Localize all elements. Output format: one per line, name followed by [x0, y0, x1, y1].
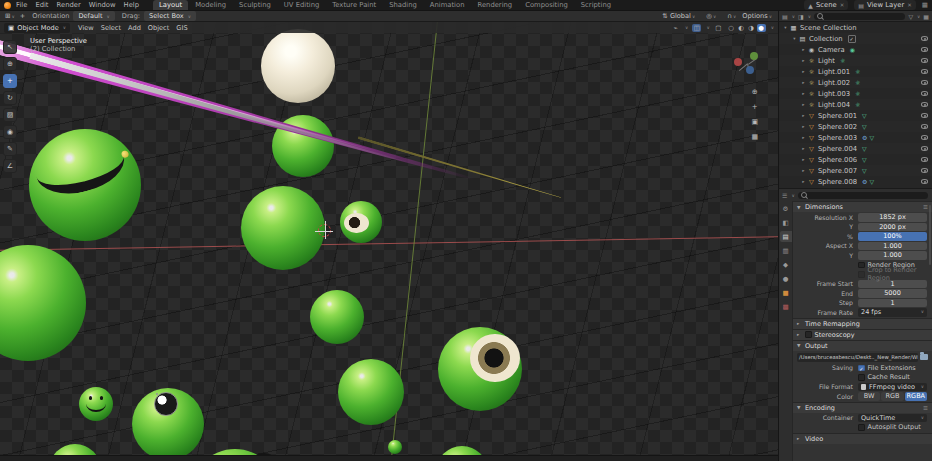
timeline-strip[interactable]	[0, 455, 778, 461]
panel-encoding-header[interactable]: ▼Encoding ☰	[793, 402, 932, 413]
visibility-eye-icon[interactable]	[921, 168, 928, 173]
visibility-eye-icon[interactable]	[921, 113, 928, 118]
outliner-row[interactable]: ▸ ☼ Light ☼	[779, 55, 932, 66]
display-settings-icon[interactable]: ▦	[922, 1, 928, 9]
properties-tab-view-layer[interactable]: ▥	[780, 245, 792, 256]
workspace-tab[interactable]: Animation	[424, 0, 471, 10]
orientation-dropdown[interactable]: Default∨	[73, 11, 114, 21]
axis-z-handle[interactable]	[746, 66, 754, 74]
workspace-tab[interactable]: UV Editing	[278, 0, 325, 10]
properties-tab-output[interactable]: ▤	[780, 231, 792, 242]
shading-mode-icon[interactable]: ●	[757, 24, 766, 32]
panel-output-header[interactable]: ▼Output	[793, 340, 932, 351]
editor-type-icon[interactable]: ▤	[782, 13, 788, 20]
expand-arrow-icon[interactable]: ▸	[800, 58, 807, 63]
menubar-item[interactable]: Window	[89, 1, 116, 9]
resolution-x-field[interactable]: 1852 px	[858, 213, 927, 222]
overlays-toggle-icon[interactable]: ◫	[692, 24, 701, 32]
outliner-row[interactable]: ▸ ☼ Light.001 ☼	[779, 66, 932, 77]
outliner-search-input[interactable]	[814, 13, 905, 20]
display-mode-icon[interactable]: ◨	[798, 13, 804, 20]
expand-arrow-icon[interactable]: ▸	[800, 157, 807, 162]
visibility-eye-icon[interactable]	[921, 135, 928, 140]
visibility-eye-icon[interactable]	[921, 146, 928, 151]
color-mode-button[interactable]: RGBA	[905, 392, 927, 401]
expand-arrow-icon[interactable]: ▸	[800, 135, 807, 140]
tool-move-button[interactable]: +	[3, 74, 17, 88]
shading-mode-icon[interactable]: ○	[727, 24, 736, 32]
outliner-row[interactable]: ▾ ▦ Scene Collection	[779, 22, 932, 33]
expand-arrow-icon[interactable]: ▸	[800, 91, 807, 96]
presets-icon[interactable]: ☰	[923, 204, 928, 210]
mode-dropdown[interactable]: ▣ Object Mode ∨	[4, 23, 70, 33]
viewport-sphere[interactable]	[310, 290, 364, 344]
outliner-row[interactable]: ▸ ▽ Sphere.004 ▽	[779, 143, 932, 154]
outliner-row[interactable]: ▸ ▽ Sphere.003 ⚙▽	[779, 132, 932, 143]
cache-result-checkbox[interactable]: Cache Result	[858, 373, 910, 381]
properties-tab-object[interactable]: ■	[780, 287, 792, 298]
properties-tab-tool[interactable]: ⚙	[780, 203, 792, 214]
expand-arrow-icon[interactable]: ▾	[782, 25, 789, 30]
workspace-tab[interactable]: Shading	[383, 0, 423, 10]
visibility-eye-icon[interactable]	[921, 157, 928, 162]
view-layer-selector[interactable]: ▤ View Layer ✕	[854, 0, 916, 10]
aspect-x-field[interactable]: 1.000	[858, 242, 927, 251]
zoom-icon[interactable]: ⊕	[751, 88, 758, 96]
workspace-tab[interactable]: Scripting	[575, 0, 617, 10]
outliner-row[interactable]: ▸ ▽ Sphere.008 ⚙▽	[779, 176, 932, 187]
properties-tab-scene[interactable]: ◆	[780, 259, 792, 270]
workspace-tab[interactable]: Sculpting	[233, 0, 277, 10]
viewport-menu-item[interactable]: Add	[128, 24, 141, 32]
visibility-eye-icon[interactable]	[921, 91, 928, 96]
viewport-sphere[interactable]	[132, 388, 204, 455]
collection-checkbox[interactable]: ✓	[848, 35, 856, 43]
tool-measure-button[interactable]: ∠	[3, 159, 17, 173]
workspace-tab[interactable]: Compositing	[519, 0, 574, 10]
properties-tab-world[interactable]: ●	[780, 273, 792, 284]
viewport-sphere[interactable]	[338, 359, 404, 425]
expand-arrow-icon[interactable]: ▸	[800, 47, 807, 52]
outliner-row[interactable]: ▸ ☼ Light.002 ☼	[779, 77, 932, 88]
outliner-row[interactable]: ▾ ▤ Collection ✓	[779, 33, 932, 44]
frame-rate-dropdown[interactable]: 24 fps∨	[858, 308, 927, 317]
proportional-edit-dropdown[interactable]: ◎∨	[701, 12, 716, 20]
expand-arrow-icon[interactable]: ▾	[791, 36, 798, 41]
workspace-tab[interactable]: Rendering	[471, 0, 518, 10]
properties-search-input[interactable]	[798, 192, 928, 199]
folder-icon[interactable]	[920, 354, 928, 360]
visibility-eye-icon[interactable]	[921, 69, 928, 74]
unpin-scene-icon[interactable]: ✕	[840, 2, 845, 8]
file-format-dropdown[interactable]: FFmpeg video ∨	[858, 383, 927, 392]
stereoscopy-checkbox[interactable]	[805, 331, 812, 338]
blender-logo-icon[interactable]	[4, 2, 11, 9]
viewport-menu-item[interactable]: View	[78, 24, 94, 32]
menubar-item[interactable]: Edit	[35, 1, 48, 9]
workspace-tab[interactable]: Texture Paint	[326, 0, 382, 10]
viewport-sphere[interactable]	[29, 129, 141, 241]
axis-y-handle[interactable]	[750, 52, 758, 60]
workspace-tab[interactable]: Layout	[153, 0, 188, 10]
frame-end-field[interactable]: 5000	[858, 289, 927, 298]
crop-render-region-checkbox[interactable]: Crop to Render Region	[858, 266, 927, 282]
tool-select-box-button[interactable]: ↖	[3, 40, 17, 54]
viewport-menu-item[interactable]: Select	[101, 24, 121, 32]
output-path-field[interactable]: /Users/bruceasbescu/Deskt.._New_Render/W…	[797, 353, 918, 362]
panel-stereoscopy-header[interactable]: ▸ Stereoscopy	[793, 329, 932, 340]
resolution-y-field[interactable]: 2000 px	[858, 223, 927, 232]
options-dropdown[interactable]: Options∨	[742, 12, 772, 20]
tool-settings-icon[interactable]: ⊞	[5, 12, 10, 20]
gizmos-dropdown-icon[interactable]: ⌁	[671, 24, 680, 32]
menubar-item[interactable]: Render	[57, 1, 81, 9]
expand-arrow-icon[interactable]: ▸	[800, 179, 807, 184]
3d-viewport[interactable]: ▣ Object Mode ∨ ViewSelectAddObjectGIS ⌁…	[0, 22, 778, 455]
expand-arrow-icon[interactable]: ▸	[800, 168, 807, 173]
viewport-sphere[interactable]	[340, 201, 382, 243]
panel-dimensions-header[interactable]: ▼ Dimensions ☰	[793, 201, 932, 212]
visibility-eye-icon[interactable]	[921, 102, 928, 107]
expand-arrow-icon[interactable]: ▸	[800, 80, 807, 85]
scene-selector[interactable]: ▲ Scene ✕	[804, 0, 848, 10]
visibility-eye-icon[interactable]	[921, 47, 928, 52]
visibility-eye-icon[interactable]	[921, 124, 928, 129]
outliner-row[interactable]: ▸ ◉ Camera ◉	[779, 44, 932, 55]
expand-arrow-icon[interactable]: ▸	[800, 113, 807, 118]
